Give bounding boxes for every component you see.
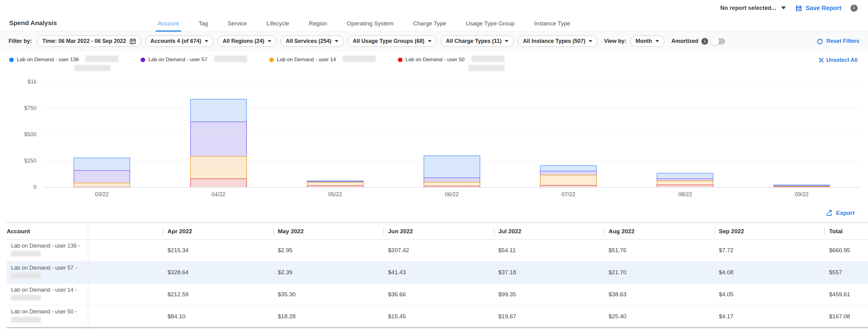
spacer-cell xyxy=(88,328,163,333)
value-cell: $4.17 xyxy=(714,305,825,328)
tab-tag[interactable]: Tag xyxy=(198,20,208,32)
value-cell: $37.18 xyxy=(494,261,604,284)
tab-account[interactable]: Account xyxy=(158,20,179,32)
chevron-down-icon xyxy=(428,40,432,42)
report-selector-value: No report selected... xyxy=(720,5,776,11)
instance-types-filter[interactable]: All Instance Types (507) xyxy=(518,35,597,47)
total-value-cell: $1,845 xyxy=(825,328,868,333)
view-by-select[interactable]: Month xyxy=(630,35,664,47)
close-icon xyxy=(819,58,824,63)
table-header-label: Aug 2022 xyxy=(609,228,634,235)
redacted-account-id xyxy=(11,317,41,323)
bar-03-22[interactable] xyxy=(73,158,130,187)
charge-types-filter[interactable]: All Charge Types (11) xyxy=(441,35,514,47)
total-label-cell: Total xyxy=(7,328,88,333)
bar-04-22[interactable] xyxy=(190,99,247,187)
table-header-sep-2022: Sep 2022 xyxy=(714,223,825,240)
chart-legend: Lab on Demand - user 136Lab on Demand - … xyxy=(9,56,859,72)
save-report-button[interactable]: Save Report xyxy=(795,4,841,12)
accounts-filter[interactable]: Accounts 4 (of 674) xyxy=(145,35,214,47)
bar-segment xyxy=(190,99,247,122)
x-axis-tick-label: 06/22 xyxy=(394,191,510,198)
bar-05-22[interactable] xyxy=(307,180,364,187)
bar-segment xyxy=(540,175,597,185)
table-row-3: Lab on Demand - user 14 -$212.59$35.30$3… xyxy=(7,284,868,305)
total-value-cell: $300.95 xyxy=(383,328,494,333)
filter-by-label: Filter by: xyxy=(8,38,32,44)
chart-slot-07-22 xyxy=(510,82,627,187)
redacted-text xyxy=(343,56,376,62)
accounts-filter-label: Accounts 4 (of 674) xyxy=(150,38,201,44)
reset-filters-button[interactable]: Reset Filters xyxy=(816,38,860,45)
tab-region[interactable]: Region xyxy=(309,20,327,32)
tab-charge-type[interactable]: Charge Type xyxy=(413,20,446,32)
bar-segment xyxy=(540,165,597,171)
legend-item-2[interactable]: Lab on Demand - user 57 xyxy=(141,56,247,72)
bar-08-22[interactable] xyxy=(657,173,713,187)
x-axis-tick-label: 09/22 xyxy=(743,191,860,198)
x-axis-tick-label: 05/22 xyxy=(277,191,394,198)
value-cell: $557 xyxy=(825,261,868,284)
value-cell: $15.45 xyxy=(383,305,494,328)
toggle-knob xyxy=(711,37,719,45)
account-name: Lab on Demand - user 50 - xyxy=(11,308,88,315)
tab-lifecycle[interactable]: Lifecycle xyxy=(267,20,289,32)
value-cell: $25.40 xyxy=(604,305,714,328)
y-axis-tick-label: $750 xyxy=(7,105,36,111)
value-cell: $7.72 xyxy=(714,240,825,262)
info-icon[interactable]: i xyxy=(702,38,708,45)
info-icon[interactable]: i xyxy=(850,5,858,12)
chart-slot-03-22 xyxy=(43,82,160,187)
table-row-1: Lab on Demand - user 136 -$215.34$2.95$2… xyxy=(7,240,868,262)
value-cell: $21.70 xyxy=(604,261,714,284)
legend-item-3[interactable]: Lab on Demand - user 14 xyxy=(269,56,376,72)
bar-segment xyxy=(190,178,247,187)
redacted-text xyxy=(86,56,119,62)
table-header-inner: Apr 2022 xyxy=(163,227,273,235)
chart-slot-06-22 xyxy=(394,82,510,187)
legend-item-4[interactable]: Lab on Demand - user 50 xyxy=(398,56,504,72)
tabs: AccountTagServiceLifecycleRegionOperatin… xyxy=(158,20,570,32)
regions-filter[interactable]: All Regions (24) xyxy=(217,35,277,47)
export-label: Export xyxy=(836,210,855,217)
x-axis-labels: 03/2204/2205/2206/2207/2208/2209/22 xyxy=(43,187,860,201)
legend-item-1[interactable]: Lab on Demand - user 136 xyxy=(9,56,119,72)
refresh-icon xyxy=(816,38,824,45)
bar-segment xyxy=(73,158,130,170)
legend-row: Lab on Demand - user 136Lab on Demand - … xyxy=(0,51,868,77)
bar-segment xyxy=(424,156,480,177)
y-axis-tick-label: $1k xyxy=(7,79,36,85)
value-cell: $328.64 xyxy=(163,261,273,284)
report-selector-dropdown[interactable]: No report selected... xyxy=(720,5,786,11)
tab-service[interactable]: Service xyxy=(227,20,247,32)
table-header-jun-2022: Jun 2022 xyxy=(383,223,494,240)
column-divider xyxy=(604,227,604,235)
time-filter[interactable]: Time: 06 Mar 2022 - 06 Sep 2022 xyxy=(37,35,141,47)
amortized-toggle[interactable] xyxy=(711,38,725,44)
export-button[interactable]: Export xyxy=(826,209,855,217)
account-name: Lab on Demand - user 14 - xyxy=(11,287,88,294)
value-cell: $2.95 xyxy=(273,240,383,262)
legend-item-label: Lab on Demand - user 50 xyxy=(405,57,465,63)
usage-type-groups-filter[interactable]: All Usage Type Groups (68) xyxy=(348,35,437,47)
export-icon xyxy=(826,209,833,217)
redacted-text xyxy=(471,56,504,62)
x-axis-tick-label: 07/22 xyxy=(510,191,627,198)
services-filter[interactable]: All Services (254) xyxy=(281,35,344,47)
chevron-down-icon xyxy=(505,40,508,42)
table-header-jul-2022: Jul 2022 xyxy=(494,223,604,240)
tab-operating-system[interactable]: Operating System xyxy=(347,20,393,32)
account-cell: Lab on Demand - user 14 - xyxy=(7,284,88,305)
bar-segment xyxy=(540,171,597,175)
bar-06-22[interactable] xyxy=(424,156,480,187)
bar-segment xyxy=(190,156,247,178)
unselect-all-button[interactable]: Unselect All xyxy=(819,57,858,63)
legend-item-label: Lab on Demand - user 136 xyxy=(17,57,79,63)
tab-instance-type[interactable]: Instance Type xyxy=(534,20,570,32)
amortized-control: Amortized i xyxy=(671,38,725,45)
tab-usage-type-group[interactable]: Usage Type Group xyxy=(466,20,515,32)
redacted-text xyxy=(468,65,504,71)
filter-pills: Time: 06 Mar 2022 - 06 Sep 2022Accounts … xyxy=(37,35,597,47)
table-header-account: Account xyxy=(7,223,88,240)
bar-07-22[interactable] xyxy=(540,165,597,187)
